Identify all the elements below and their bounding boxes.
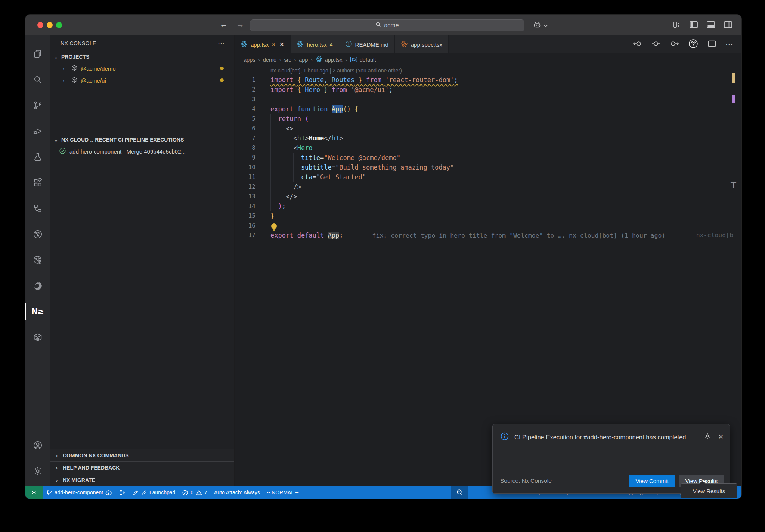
status-ci-pipeline[interactable] — [116, 486, 129, 499]
line-number[interactable]: 3 — [235, 95, 255, 104]
run-debug-icon[interactable] — [25, 118, 50, 144]
sidebar-section-help-and-feedback[interactable]: ›HELP AND FEEDBACK — [50, 461, 234, 474]
sidebar-section-nx-migrate[interactable]: ›NX MIGRATE — [50, 474, 234, 486]
code-line-14[interactable]: 14); — [235, 201, 741, 211]
code-line-9[interactable]: 9title="Welcome @acme/demo" — [235, 153, 741, 163]
breadcrumbs[interactable]: apps›demo›src›app›app.tsx›default — [235, 53, 741, 66]
tab-README.md[interactable]: README.md — [339, 35, 395, 53]
settings-gear-icon[interactable] — [25, 458, 50, 484]
history-back-button[interactable]: ← — [220, 19, 228, 29]
line-number[interactable]: 16 — [235, 221, 255, 231]
breadcrumb-item[interactable]: demo — [263, 57, 276, 63]
toggle-secondary-sidebar-icon[interactable] — [724, 21, 733, 28]
line-number[interactable]: 15 — [235, 211, 255, 221]
view-commit-button[interactable]: View Commit — [629, 475, 675, 487]
zoom-window-button[interactable] — [56, 22, 62, 28]
notification-close-icon[interactable]: ✕ — [718, 433, 724, 441]
project-item-acmeui[interactable]: ›@acme/ui — [50, 74, 234, 86]
toggle-primary-sidebar-icon[interactable] — [689, 21, 698, 28]
line-number[interactable]: 9 — [235, 153, 255, 163]
status-remote-indicator[interactable] — [25, 486, 43, 499]
testing-icon[interactable] — [25, 144, 50, 170]
sidebar-more-actions-icon[interactable]: ⋯ — [218, 39, 225, 47]
code-line-6[interactable]: 6<> — [235, 124, 741, 133]
code-line-2[interactable]: 2import { Hero } from '@acme/ui'; — [235, 85, 741, 95]
command-center-search[interactable]: acme — [250, 19, 524, 31]
code-line-16[interactable]: 16 — [235, 221, 741, 231]
code-line-1[interactable]: 1import { Route, Routes } from 'react-ro… — [235, 75, 741, 85]
line-number[interactable]: 13 — [235, 192, 255, 201]
line-number[interactable]: 2 — [235, 85, 255, 95]
minimize-window-button[interactable] — [47, 22, 53, 28]
history-forward-button[interactable]: → — [236, 19, 244, 29]
tab-app.spec.tsx[interactable]: app.spec.tsx — [395, 35, 449, 53]
nx-console-icon[interactable]: N≥ — [25, 299, 50, 324]
breadcrumb-item[interactable]: app — [299, 57, 308, 63]
code-line-15[interactable]: 15} — [235, 211, 741, 221]
copilot-menu[interactable] — [533, 20, 548, 31]
code-line-12[interactable]: 12/> — [235, 182, 741, 192]
code-line-11[interactable]: 11cta="Get Started" — [235, 172, 741, 182]
account-icon[interactable] — [25, 432, 50, 458]
more-actions-icon[interactable]: ⋯ — [725, 40, 733, 49]
nav-current-icon[interactable] — [651, 40, 660, 49]
line-number[interactable]: 17 — [235, 231, 255, 240]
code-line-3[interactable]: 3 — [235, 95, 741, 104]
customize-layout-icon[interactable] — [673, 21, 681, 29]
nav-back-icon[interactable] — [633, 40, 642, 49]
code-line-8[interactable]: 8<Hero — [235, 143, 741, 153]
line-number[interactable]: 14 — [235, 201, 255, 211]
breadcrumb-item[interactable]: src — [284, 57, 291, 63]
close-window-button[interactable] — [37, 22, 43, 28]
breadcrumb-symbol[interactable]: default — [350, 56, 376, 64]
line-number[interactable]: 4 — [235, 104, 255, 114]
edge-devtools-icon[interactable] — [25, 273, 50, 299]
container-tools-icon[interactable] — [25, 324, 50, 350]
code-line-17[interactable]: 17nx-cloud[bexport default App;fix: corr… — [235, 231, 741, 240]
projects-section-header[interactable]: ⌄ PROJECTS — [50, 51, 234, 62]
status-launchpad[interactable]: Launchpad — [129, 486, 179, 499]
breadcrumb-item[interactable]: apps — [244, 57, 255, 63]
status-auto-attach[interactable]: Auto Attach: Always — [211, 486, 263, 499]
lightbulb-icon[interactable] — [271, 223, 277, 229]
nx-cloud-section-header[interactable]: ⌄ NX CLOUD :: RECENT CI PIPELINE EXECUTI… — [50, 134, 234, 145]
nx-graph-view-icon[interactable] — [25, 221, 50, 247]
zoom-indicator[interactable] — [451, 486, 468, 499]
line-number[interactable]: 7 — [235, 133, 255, 143]
ci-pipeline-execution-item[interactable]: add-hero-component - Merge 409b44e5cb02.… — [50, 145, 234, 157]
explorer-icon[interactable] — [25, 41, 50, 66]
nx-graph-icon[interactable] — [688, 38, 699, 50]
overview-ruler-warning-mark — [732, 73, 735, 83]
sidebar-section-common-nx-commands[interactable]: ›COMMON NX COMMANDS — [50, 449, 234, 461]
breadcrumb-file[interactable]: app.tsx — [316, 56, 343, 64]
line-number[interactable]: 1 — [235, 75, 255, 85]
line-number[interactable]: 6 — [235, 124, 255, 133]
search-view-icon[interactable] — [25, 66, 50, 92]
code-line-5[interactable]: 5return ( — [235, 114, 741, 124]
code-line-4[interactable]: 4export function App() { — [235, 104, 741, 114]
rocket-icon — [141, 489, 147, 496]
tab-app.tsx[interactable]: app.tsx3✕ — [235, 35, 291, 53]
status-vim-mode[interactable]: -- NORMAL -- — [263, 486, 302, 499]
line-number[interactable]: 11 — [235, 172, 255, 182]
notification-settings-icon[interactable] — [703, 432, 712, 442]
code-line-7[interactable]: 7<h1>Home</h1> — [235, 133, 741, 143]
line-number[interactable]: 12 — [235, 182, 255, 192]
nav-forward-icon[interactable] — [669, 40, 679, 49]
extensions-icon[interactable] — [25, 170, 50, 195]
status-git-branch[interactable]: add-hero-component — [43, 486, 116, 499]
code-line-10[interactable]: 10subtitle="Build something amazing toda… — [235, 163, 741, 172]
line-number[interactable]: 8 — [235, 143, 255, 153]
close-tab-icon[interactable]: ✕ — [279, 41, 284, 49]
line-number[interactable]: 10 — [235, 163, 255, 172]
status-problems[interactable]: 07 — [179, 486, 211, 499]
hierarchy-icon[interactable] — [25, 195, 50, 221]
tab-hero.tsx[interactable]: hero.tsx4 — [291, 35, 339, 53]
nx-cloud-inspect-icon[interactable] — [25, 247, 50, 273]
project-item-acmedemo[interactable]: ›@acme/demo — [50, 62, 234, 74]
split-editor-icon[interactable] — [707, 40, 716, 49]
code-line-13[interactable]: 13</> — [235, 192, 741, 201]
line-number[interactable]: 5 — [235, 114, 255, 124]
source-control-icon[interactable] — [25, 92, 50, 118]
toggle-panel-icon[interactable] — [706, 21, 715, 28]
